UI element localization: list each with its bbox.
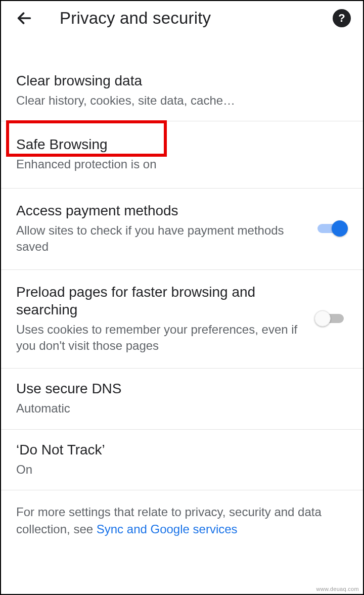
item-title: Use secure DNS — [16, 380, 338, 397]
item-title: Safe Browsing — [16, 135, 338, 153]
toggle-thumb — [332, 220, 348, 237]
toggle-preload-pages[interactable] — [314, 308, 348, 329]
item-title: Preload pages for faster browsing and se… — [16, 283, 304, 318]
item-title: Access payment methods — [16, 202, 304, 219]
item-subtitle: On — [16, 462, 338, 478]
item-subtitle: Clear history, cookies, site data, cache… — [16, 93, 338, 109]
item-access-payment[interactable]: Access payment methods Allow sites to ch… — [1, 189, 363, 270]
settings-list: Clear browsing data Clear history, cooki… — [1, 61, 363, 551]
item-clear-browsing-data[interactable]: Clear browsing data Clear history, cooki… — [1, 61, 363, 121]
toggle-thumb — [314, 310, 331, 327]
item-subtitle: Enhanced protection is on — [16, 156, 338, 172]
page-title: Privacy and security — [60, 9, 211, 28]
toggle-access-payment[interactable] — [314, 218, 348, 239]
item-title: ‘Do Not Track’ — [16, 441, 338, 459]
app-header: Privacy and security ? — [1, 1, 363, 33]
item-secure-dns[interactable]: Use secure DNS Automatic — [1, 369, 363, 429]
item-safe-browsing[interactable]: Safe Browsing Enhanced protection is on — [1, 121, 363, 188]
item-title: Clear browsing data — [16, 72, 338, 89]
watermark: www.deuaq.com — [316, 586, 359, 592]
sync-services-link[interactable]: Sync and Google services — [97, 522, 238, 536]
help-button[interactable]: ? — [333, 9, 351, 27]
item-subtitle: Uses cookies to remember your preference… — [16, 322, 304, 354]
item-subtitle: Automatic — [16, 400, 338, 417]
item-subtitle: Allow sites to check if you have payment… — [16, 222, 304, 255]
item-do-not-track[interactable]: ‘Do Not Track’ On — [1, 430, 363, 490]
arrow-left-icon — [16, 10, 33, 27]
back-button[interactable] — [13, 7, 35, 29]
help-icon: ? — [338, 12, 345, 25]
footer-note: For more settings that relate to privacy… — [1, 490, 363, 551]
item-preload-pages[interactable]: Preload pages for faster browsing and se… — [1, 270, 363, 369]
